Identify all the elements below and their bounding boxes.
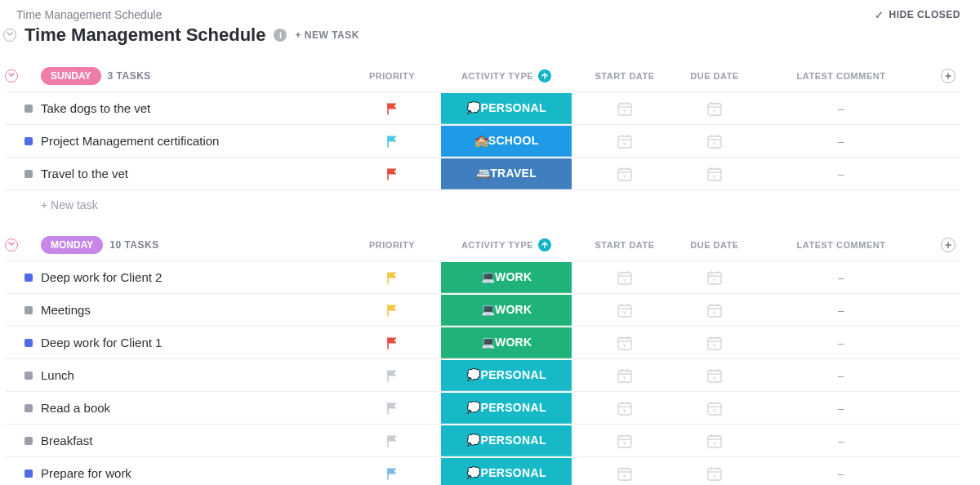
add-column-button[interactable]: + [941, 238, 956, 252]
latest-comment-cell[interactable]: – [760, 271, 923, 284]
activity-type-pill[interactable]: 💭PERSONAL [441, 458, 572, 486]
task-row[interactable]: Project Management certification 🏫SCHOOL… [5, 125, 960, 158]
column-priority[interactable]: PRIORITY [351, 71, 433, 81]
latest-comment-cell[interactable]: – [760, 369, 923, 382]
start-date-cell[interactable] [580, 401, 670, 416]
task-row[interactable]: Lunch 💭PERSONAL – [5, 359, 960, 392]
column-latest-comment[interactable]: LATEST COMMENT [760, 71, 923, 81]
latest-comment-cell[interactable]: – [760, 402, 923, 415]
activity-type-pill[interactable]: 💻WORK [441, 295, 572, 326]
priority-cell[interactable] [351, 102, 433, 115]
status-dot[interactable] [24, 137, 33, 145]
new-task-row[interactable]: + New task [5, 190, 960, 220]
task-name[interactable]: Deep work for Client 1 [41, 336, 351, 349]
latest-comment-cell[interactable]: – [760, 467, 923, 480]
activity-type-pill[interactable]: 💭PERSONAL [441, 360, 572, 391]
due-date-cell[interactable] [670, 134, 760, 149]
activity-type-pill[interactable]: 💭PERSONAL [441, 425, 572, 456]
priority-cell[interactable] [351, 402, 433, 415]
latest-comment-cell[interactable]: – [760, 167, 923, 180]
priority-cell[interactable] [351, 304, 433, 317]
column-start-date[interactable]: START DATE [580, 71, 670, 81]
priority-cell[interactable] [351, 135, 433, 148]
column-start-date[interactable]: START DATE [580, 240, 670, 250]
add-column-button[interactable]: + [941, 69, 956, 83]
group-day-pill[interactable]: MONDAY [41, 236, 103, 254]
breadcrumb[interactable]: Time Management Schedule [15, 8, 162, 21]
task-name[interactable]: Deep work for Client 2 [41, 270, 351, 284]
start-date-cell[interactable] [580, 336, 670, 350]
status-dot[interactable] [24, 339, 33, 347]
latest-comment-cell[interactable]: – [760, 336, 923, 349]
task-row[interactable]: Breakfast 💭PERSONAL – [5, 425, 960, 457]
activity-type-pill[interactable]: 💻WORK [441, 327, 572, 358]
priority-cell[interactable] [351, 467, 433, 480]
task-name[interactable]: Prepare for work [41, 466, 351, 480]
start-date-cell[interactable] [580, 134, 670, 149]
activity-type-pill[interactable]: 💭PERSONAL [441, 93, 572, 124]
start-date-cell[interactable] [580, 368, 670, 383]
sort-indicator-icon[interactable] [538, 69, 551, 82]
status-dot[interactable] [24, 404, 33, 412]
task-name[interactable]: Read a book [41, 401, 351, 415]
latest-comment-cell[interactable]: – [760, 304, 923, 317]
column-priority[interactable]: PRIORITY [351, 240, 433, 250]
collapse-all-toggle[interactable] [3, 29, 16, 42]
task-row[interactable]: Prepare for work 💭PERSONAL – [5, 457, 960, 485]
latest-comment-cell[interactable]: – [760, 102, 923, 115]
start-date-cell[interactable] [580, 466, 670, 481]
column-activity-type[interactable]: ACTIVITY TYPE [433, 238, 580, 251]
activity-type-pill[interactable]: 🚐TRAVEL [441, 158, 572, 189]
start-date-cell[interactable] [580, 167, 670, 181]
due-date-cell[interactable] [670, 336, 760, 350]
due-date-cell[interactable] [670, 270, 760, 285]
due-date-cell[interactable] [670, 101, 760, 116]
column-latest-comment[interactable]: LATEST COMMENT [760, 240, 923, 250]
activity-type-pill[interactable]: 💻WORK [441, 262, 572, 293]
due-date-cell[interactable] [670, 466, 760, 481]
info-icon[interactable]: i [274, 29, 287, 42]
priority-cell[interactable] [351, 167, 433, 180]
group-collapse-toggle[interactable] [5, 69, 18, 82]
status-dot[interactable] [24, 306, 33, 314]
status-dot[interactable] [24, 274, 33, 282]
start-date-cell[interactable] [580, 303, 670, 318]
priority-cell[interactable] [351, 336, 433, 349]
due-date-cell[interactable] [670, 167, 760, 181]
task-name[interactable]: Travel to the vet [41, 167, 351, 180]
group-day-pill[interactable]: SUNDAY [41, 67, 101, 85]
status-dot[interactable] [24, 469, 33, 478]
task-row[interactable]: Deep work for Client 1 💻WORK – [5, 327, 960, 359]
task-row[interactable]: Take dogs to the vet 💭PERSONAL – [5, 92, 960, 125]
task-name[interactable]: Take dogs to the vet [41, 101, 351, 115]
priority-cell[interactable] [351, 434, 433, 447]
sort-indicator-icon[interactable] [538, 238, 551, 251]
priority-cell[interactable] [351, 369, 433, 382]
due-date-cell[interactable] [670, 368, 760, 383]
status-dot[interactable] [24, 105, 33, 113]
latest-comment-cell[interactable]: – [760, 434, 923, 447]
due-date-cell[interactable] [670, 401, 760, 416]
hide-closed-toggle[interactable]: ✓ HIDE CLOSED [875, 9, 960, 21]
activity-type-pill[interactable]: 🏫SCHOOL [441, 126, 572, 157]
column-due-date[interactable]: DUE DATE [670, 240, 760, 250]
start-date-cell[interactable] [580, 101, 670, 116]
start-date-cell[interactable] [580, 434, 670, 448]
group-collapse-toggle[interactable] [5, 238, 18, 251]
new-task-button-top[interactable]: + NEW TASK [295, 29, 359, 41]
task-row[interactable]: Travel to the vet 🚐TRAVEL – [5, 158, 960, 190]
status-dot[interactable] [24, 437, 33, 445]
column-due-date[interactable]: DUE DATE [670, 71, 760, 81]
task-row[interactable]: Deep work for Client 2 💻WORK – [5, 261, 960, 294]
latest-comment-cell[interactable]: – [760, 135, 923, 148]
priority-cell[interactable] [351, 271, 433, 284]
activity-type-pill[interactable]: 💭PERSONAL [441, 393, 572, 424]
task-name[interactable]: Project Management certification [41, 134, 351, 148]
due-date-cell[interactable] [670, 434, 760, 448]
task-name[interactable]: Meetings [41, 303, 351, 317]
status-dot[interactable] [24, 170, 33, 178]
column-activity-type[interactable]: ACTIVITY TYPE [433, 69, 580, 82]
task-row[interactable]: Meetings 💻WORK – [5, 294, 960, 327]
status-dot[interactable] [24, 372, 33, 380]
task-row[interactable]: Read a book 💭PERSONAL – [5, 392, 960, 425]
